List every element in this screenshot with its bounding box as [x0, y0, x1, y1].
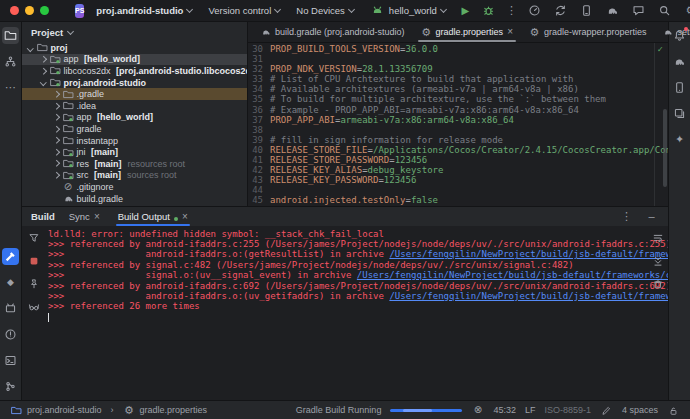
more-run-actions-button[interactable]: ⋮: [504, 3, 519, 18]
chevron-right-icon[interactable]: [53, 126, 59, 132]
more-tool-button[interactable]: ⋯: [2, 79, 19, 96]
readonly-lock-icon[interactable]: [667, 404, 680, 417]
code-line[interactable]: 43RELEASE_KEY_PASSWORD=123456: [248, 175, 668, 185]
line-number[interactable]: 32: [248, 64, 270, 74]
line-number[interactable]: 45: [248, 195, 270, 205]
tree-item-gradle[interactable]: gradle: [22, 123, 247, 135]
code-line[interactable]: 40RELEASE_STORE_FILE=/Applications/Cocos…: [248, 145, 668, 155]
pin-icon[interactable]: [27, 277, 42, 292]
device-selector[interactable]: No Devices: [292, 3, 358, 18]
tree-item-build-gradle[interactable]: build.gradle: [22, 193, 247, 205]
inspections-ok-icon[interactable]: ✓: [658, 45, 663, 54]
breadcrumb-file[interactable]: gradle.properties: [140, 405, 208, 415]
logcat-tool-button[interactable]: [2, 300, 19, 317]
line-number[interactable]: 38: [248, 125, 270, 135]
tree-item-res[interactable]: res [main]resources root: [22, 158, 247, 170]
line-number[interactable]: 39: [248, 135, 270, 145]
tree-item--gradle[interactable]: .gradle: [22, 88, 247, 100]
chevron-right-icon[interactable]: [53, 137, 59, 143]
editor-tab-gradle-properties[interactable]: ⚙gradle.properties×: [413, 22, 521, 42]
cancel-build-button[interactable]: ⊗: [471, 404, 484, 417]
project-tool-button[interactable]: [2, 27, 19, 44]
chevron-right-icon[interactable]: [53, 172, 59, 178]
highlighting-level-icon[interactable]: [600, 404, 613, 417]
fullscreen-window-button[interactable]: [40, 6, 49, 15]
editor-tab-build-gradle-proj-android-studio-[interactable]: build.gradle (proj.android-studio): [252, 22, 413, 42]
run-configuration-selector[interactable]: hello_world: [366, 1, 450, 20]
gradle-icon[interactable]: [671, 53, 688, 70]
close-tab-icon[interactable]: ×: [507, 27, 513, 37]
chevron-right-icon[interactable]: [40, 68, 46, 74]
line-number[interactable]: 33: [248, 74, 270, 84]
tree-item-jni[interactable]: jni [main]: [22, 146, 247, 158]
line-number[interactable]: 41: [248, 155, 270, 165]
running-devices-icon[interactable]: [671, 105, 688, 122]
code-line[interactable]: 32PROP_NDK_VERSION=28.1.13356709: [248, 64, 668, 74]
chevron-right-icon[interactable]: [53, 114, 59, 120]
build-panel-title[interactable]: Build: [31, 211, 55, 222]
chevron-right-icon[interactable]: [53, 103, 59, 109]
editor-scrollbar[interactable]: [663, 109, 667, 187]
minimize-window-button[interactable]: [25, 6, 34, 15]
tree-item--gitignore[interactable]: ⊘.gitignore: [22, 181, 247, 193]
line-number[interactable]: 35: [248, 94, 270, 104]
build-tab-sync[interactable]: Sync×: [67, 207, 102, 226]
search-everywhere-icon[interactable]: [657, 3, 672, 18]
code-line[interactable]: 44: [248, 185, 668, 195]
app-quality-insights-tool-button[interactable]: ◆: [2, 274, 19, 291]
build-options-button[interactable]: ⋮: [619, 209, 634, 224]
line-number[interactable]: 36: [248, 105, 270, 115]
file-link[interactable]: /Users/fengqilin/NewProject/build/jsb-de…: [389, 249, 668, 259]
view-options-icon[interactable]: [27, 300, 42, 315]
build-tool-button[interactable]: [2, 248, 19, 265]
file-link[interactable]: /Users/fengqilin/NewProject/build/jsb-de…: [389, 291, 668, 301]
problems-tool-button[interactable]: [2, 326, 19, 343]
device-explorer-icon[interactable]: [671, 79, 688, 96]
line-number[interactable]: 37: [248, 115, 270, 125]
soft-wrap-icon[interactable]: [650, 231, 665, 246]
apply-changes-icon[interactable]: [553, 3, 568, 18]
code-line[interactable]: 42RELEASE_KEY_ALIAS=debug_keystore: [248, 165, 668, 175]
chevron-right-icon[interactable]: [40, 56, 46, 62]
version-control-tool-button[interactable]: [2, 378, 19, 395]
tree-item--idea[interactable]: .idea: [22, 100, 247, 112]
clear-all-icon[interactable]: [650, 277, 665, 292]
tree-item-proj[interactable]: proj: [22, 42, 247, 54]
chevron-down-icon[interactable]: [40, 79, 46, 85]
build-output-console[interactable]: ld.lld: error: undefined hidden symbol: …: [46, 226, 668, 401]
code-line[interactable]: 37PROP_APP_ABI=armeabi-v7a:x86:arm64-v8a…: [248, 115, 668, 125]
encoding-widget[interactable]: ISO-8859-1: [544, 405, 591, 415]
tree-item-proj-android-studio[interactable]: proj.android-studio: [22, 77, 247, 89]
caret-position-widget[interactable]: 45:32: [493, 405, 516, 415]
project-widget[interactable]: proj.android-studio: [92, 3, 196, 18]
line-number[interactable]: 34: [248, 84, 270, 94]
terminal-tool-button[interactable]: [2, 352, 19, 369]
settings-icon[interactable]: ⚙: [683, 3, 690, 18]
code-line[interactable]: 36# Example - PROP_APP_ABI=armeabi-v7a:x…: [248, 105, 668, 115]
vcs-widget[interactable]: Version control: [204, 3, 284, 18]
tree-item-libcocos2dx[interactable]: libcocos2dx [proj.android-studio.libcoco…: [22, 65, 247, 77]
code-line[interactable]: 38: [248, 125, 668, 135]
debug-button[interactable]: [481, 3, 496, 18]
line-number[interactable]: 43: [248, 175, 270, 185]
run-button[interactable]: ▶: [458, 3, 473, 18]
code-line[interactable]: 41RELEASE_STORE_PASSWORD=123456: [248, 155, 668, 165]
code-line[interactable]: 34# Available architextures (armeabi-v7a…: [248, 84, 668, 94]
feedback-icon[interactable]: [631, 3, 646, 18]
close-window-button[interactable]: [10, 6, 19, 15]
build-tab-build-output[interactable]: Build Output×: [116, 207, 190, 226]
close-tab-icon[interactable]: ×: [94, 211, 100, 222]
chevron-right-icon[interactable]: [53, 149, 59, 155]
tree-item-src[interactable]: src [main]sources root: [22, 170, 247, 182]
profiler-icon[interactable]: [527, 3, 542, 18]
chevron-right-icon[interactable]: [53, 91, 59, 97]
line-number[interactable]: 30: [248, 44, 270, 54]
line-number[interactable]: 42: [248, 165, 270, 175]
line-separator-widget[interactable]: LF: [525, 405, 536, 415]
indent-widget[interactable]: 4 spaces: [622, 405, 658, 415]
code-line[interactable]: 45android.injected.testOnly=false: [248, 195, 668, 205]
code-line[interactable]: 30PROP_BUILD_TOOLS_VERSION=36.0.0: [248, 44, 668, 54]
tree-item-app[interactable]: app [hello_world]: [22, 54, 247, 66]
device-manager-icon[interactable]: [579, 3, 594, 18]
structure-tool-button[interactable]: [2, 53, 19, 70]
